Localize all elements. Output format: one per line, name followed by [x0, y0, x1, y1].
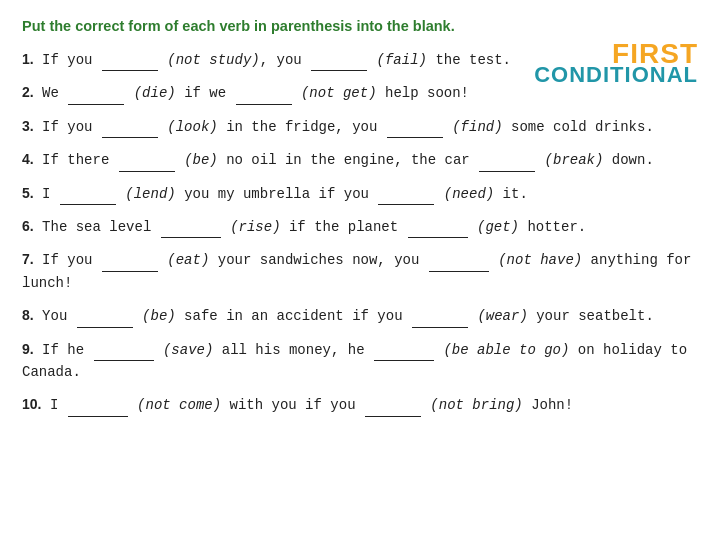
verb-hint: (get): [477, 219, 519, 235]
item-text: it.: [494, 186, 528, 202]
item-text: help soon!: [377, 85, 469, 101]
verb-hint: (eat): [167, 252, 209, 268]
exercise-item: 6. The sea level (rise) if the planet (g…: [22, 215, 698, 238]
item-text: John!: [523, 397, 573, 413]
verb-hint: (wear): [477, 308, 527, 324]
answer-blank[interactable]: [102, 115, 158, 138]
badge: FIRST CONDITIONAL: [534, 40, 698, 86]
exercise-item: 3. If you (look) in the fridge, you (fin…: [22, 115, 698, 138]
item-text: your seatbelt.: [528, 308, 654, 324]
exercise-item: 8. You (be) safe in an accident if you (…: [22, 304, 698, 327]
item-text: [134, 308, 142, 324]
verb-hint: (be): [184, 152, 218, 168]
item-text: down.: [603, 152, 653, 168]
items-list: 1. If you (not study), you (fail) the te…: [22, 48, 698, 417]
item-text: some cold drinks.: [503, 119, 654, 135]
item-text: [368, 52, 376, 68]
verb-hint: (lend): [125, 186, 175, 202]
answer-blank[interactable]: [479, 148, 535, 171]
answer-blank[interactable]: [68, 81, 124, 104]
item-text: [125, 85, 133, 101]
verb-hint: (not come): [137, 397, 221, 413]
item-number: 7.: [22, 251, 34, 267]
answer-blank[interactable]: [412, 304, 468, 327]
exercise-item: 7. If you (eat) your sandwiches now, you…: [22, 248, 698, 294]
verb-hint: (die): [134, 85, 176, 101]
answer-blank[interactable]: [365, 393, 421, 416]
answer-blank[interactable]: [161, 215, 221, 238]
answer-blank[interactable]: [102, 48, 158, 71]
answer-blank[interactable]: [408, 215, 468, 238]
item-text: with you if you: [221, 397, 364, 413]
answer-blank[interactable]: [119, 148, 175, 171]
item-text: [293, 85, 301, 101]
item-number: 9.: [22, 341, 34, 357]
exercises-container: FIRST CONDITIONAL 1. If you (not study),…: [22, 48, 698, 417]
verb-hint: (look): [167, 119, 217, 135]
instruction-text: Put the correct form of each verb in par…: [22, 18, 698, 34]
verb-hint: (be able to go): [443, 342, 569, 358]
item-number: 1.: [22, 51, 34, 67]
item-text: If you: [42, 119, 101, 135]
item-number: 5.: [22, 185, 34, 201]
item-text: I: [42, 186, 59, 202]
answer-blank[interactable]: [77, 304, 133, 327]
item-text: [155, 342, 163, 358]
item-text: [176, 152, 184, 168]
item-text: all his money, he: [213, 342, 373, 358]
verb-hint: (be): [142, 308, 176, 324]
item-text: [435, 186, 443, 202]
answer-blank[interactable]: [94, 338, 154, 361]
verb-hint: (save): [163, 342, 213, 358]
item-text: If you: [42, 252, 101, 268]
item-text: If there: [42, 152, 118, 168]
item-number: 10.: [22, 396, 41, 412]
item-number: 2.: [22, 84, 34, 100]
item-text: I: [50, 397, 67, 413]
badge-conditional: CONDITIONAL: [534, 64, 698, 86]
item-text: if we: [176, 85, 235, 101]
item-text: [444, 119, 452, 135]
verb-hint: (not get): [301, 85, 377, 101]
exercise-item: 10. I (not come) with you if you (not br…: [22, 393, 698, 416]
verb-hint: (not have): [498, 252, 582, 268]
item-text: If he: [42, 342, 92, 358]
exercise-item: 4. If there (be) no oil in the engine, t…: [22, 148, 698, 171]
item-text: no oil in the engine, the car: [218, 152, 478, 168]
answer-blank[interactable]: [374, 338, 434, 361]
item-number: 3.: [22, 118, 34, 134]
item-text: hotter.: [519, 219, 586, 235]
item-text: if the planet: [281, 219, 407, 235]
item-text: [490, 252, 498, 268]
verb-hint: (find): [452, 119, 502, 135]
answer-blank[interactable]: [60, 182, 116, 205]
answer-blank[interactable]: [378, 182, 434, 205]
answer-blank[interactable]: [311, 48, 367, 71]
item-text: We: [42, 85, 67, 101]
item-text: [222, 219, 230, 235]
item-text: your sandwiches now, you: [209, 252, 427, 268]
verb-hint: (not study): [167, 52, 259, 68]
item-text: You: [42, 308, 76, 324]
item-text: you my umbrella if you: [176, 186, 378, 202]
answer-blank[interactable]: [68, 393, 128, 416]
answer-blank[interactable]: [102, 248, 158, 271]
answer-blank[interactable]: [429, 248, 489, 271]
verb-hint: (need): [444, 186, 494, 202]
item-text: [469, 219, 477, 235]
answer-blank[interactable]: [387, 115, 443, 138]
item-text: safe in an accident if you: [176, 308, 411, 324]
item-text: [536, 152, 544, 168]
item-text: [129, 397, 137, 413]
item-text: in the fridge, you: [218, 119, 386, 135]
exercise-item: 5. I (lend) you my umbrella if you (need…: [22, 182, 698, 205]
item-number: 4.: [22, 151, 34, 167]
item-text: The sea level: [42, 219, 160, 235]
item-text: If you: [42, 52, 101, 68]
verb-hint: (rise): [230, 219, 280, 235]
item-text: , you: [260, 52, 310, 68]
item-number: 6.: [22, 218, 34, 234]
answer-blank[interactable]: [236, 81, 292, 104]
item-text: the test.: [427, 52, 511, 68]
verb-hint: (not bring): [430, 397, 522, 413]
